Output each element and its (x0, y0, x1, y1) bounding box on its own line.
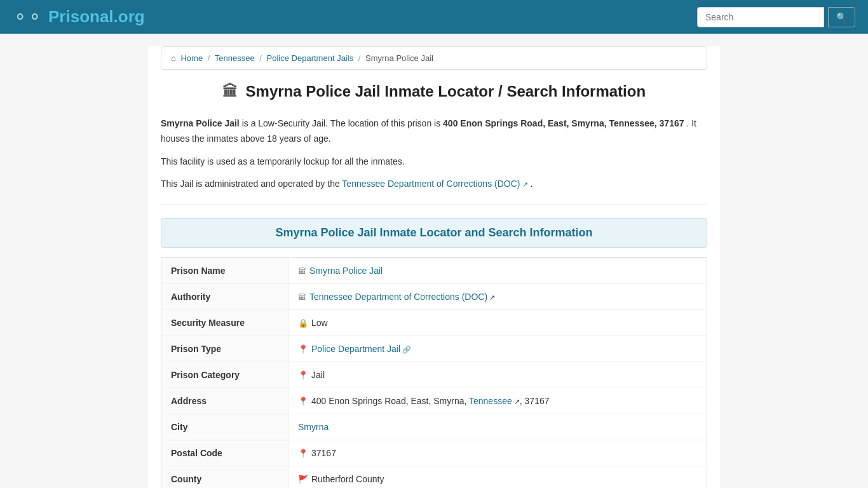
table-label-5: Address (161, 388, 288, 414)
row-icon-4: 📍 (298, 370, 308, 380)
search-icon: 🔍 (836, 12, 847, 22)
description: Smyrna Police Jail is a Low-Security Jai… (161, 116, 707, 192)
desc-para3: This Jail is administrated and operated … (161, 177, 707, 192)
table-label-1: Authority (161, 284, 288, 310)
address-zip-5: , 37167 (520, 396, 550, 406)
doc-link[interactable]: Tennessee Department of Corrections (DOC… (342, 179, 527, 189)
main-content: ⌂ Home / Tennessee / Police Department J… (148, 46, 720, 488)
logo-text: Prisonal.org (48, 7, 145, 27)
address-state-link-5[interactable]: Tennessee (469, 396, 512, 406)
table-value-4: 📍Jail (288, 362, 707, 388)
logo-icon: ⚬⚬ (13, 6, 42, 27)
logo-area: ⚬⚬ Prisonal.org (13, 6, 145, 27)
page-title: 🏛 Smyrna Police Jail Inmate Locator / Se… (161, 83, 707, 100)
table-label-8: County (161, 466, 288, 488)
table-text-7: 37167 (311, 448, 336, 458)
desc-para2: This facility is used as a temporarily l… (161, 154, 707, 170)
row-icon-1: 🏛 (298, 292, 306, 302)
search-input[interactable] (697, 7, 824, 27)
search-button[interactable]: 🔍 (828, 7, 855, 27)
row-icon-2: 🔒 (298, 318, 308, 328)
link-icon-3: 🔗 (400, 346, 411, 353)
table-value-7: 📍37167 (288, 440, 707, 466)
info-heading: Smyrna Police Jail Inmate Locator and Se… (161, 218, 707, 248)
table-value-3: 📍Police Department Jail 🔗 (288, 336, 707, 362)
info-table: Prison Name🏛Smyrna Police JailAuthority🏛… (161, 257, 707, 488)
table-link-0[interactable]: Smyrna Police Jail (309, 266, 383, 276)
breadcrumb: ⌂ Home / Tennessee / Police Department J… (161, 46, 707, 70)
desc-intro-text: is a Low-Security Jail. The location of … (242, 118, 443, 128)
table-value-1: 🏛Tennessee Department of Corrections (DO… (288, 284, 707, 310)
table-text-2: Low (311, 318, 328, 328)
table-label-4: Prison Category (161, 362, 288, 388)
breadcrumb-state[interactable]: Tennessee (215, 53, 255, 63)
row-icon-5: 📍 (298, 396, 308, 406)
table-row: CitySmyrna (161, 414, 707, 440)
info-section-title: Smyrna Police Jail Inmate Locator and Se… (169, 226, 699, 240)
table-label-6: City (161, 414, 288, 440)
table-value-2: 🔒Low (288, 310, 707, 336)
table-body: Prison Name🏛Smyrna Police JailAuthority🏛… (161, 258, 707, 488)
table-link-1[interactable]: Tennessee Department of Corrections (DOC… (309, 292, 487, 302)
table-text-8: Rutherford County (311, 474, 384, 484)
table-label-2: Security Measure (161, 310, 288, 336)
address-text-5: 400 Enon Springs Road, East, Smyrna, (311, 396, 469, 406)
table-value-5: 📍400 Enon Springs Road, East, Smyrna, Te… (288, 388, 707, 414)
logo-tld: .org (114, 7, 145, 26)
search-area: 🔍 (697, 7, 855, 27)
desc-para3-suffix: . (530, 179, 532, 189)
table-row: Authority🏛Tennessee Department of Correc… (161, 284, 707, 310)
divider (161, 205, 707, 205)
table-value-0: 🏛Smyrna Police Jail (288, 258, 707, 284)
prison-building-icon: 🏛 (222, 83, 238, 100)
table-label-3: Prison Type (161, 336, 288, 362)
table-text-4: Jail (311, 370, 325, 380)
row-icon-3: 📍 (298, 344, 308, 354)
ext-icon-1: ↗ (487, 294, 495, 301)
breadcrumb-home[interactable]: Home (180, 53, 203, 63)
row-icon-8: 🚩 (298, 475, 308, 484)
header: ⚬⚬ Prisonal.org 🔍 (0, 0, 868, 34)
table-row: Address📍400 Enon Springs Road, East, Smy… (161, 388, 707, 414)
logo-prisonal: Prisonal (48, 7, 114, 26)
table-row: Prison Type📍Police Department Jail 🔗 (161, 336, 707, 362)
table-row: Security Measure🔒Low (161, 310, 707, 336)
desc-para3-prefix: This Jail is administrated and operated … (161, 179, 342, 189)
table-label-7: Postal Code (161, 440, 288, 466)
breadcrumb-category[interactable]: Police Department Jails (267, 53, 354, 63)
breadcrumb-current: Smyrna Police Jail (365, 53, 433, 63)
prison-name-bold: Smyrna Police Jail (161, 118, 240, 128)
row-icon-7: 📍 (298, 449, 308, 458)
table-value-6: Smyrna (288, 414, 707, 440)
table-link-6[interactable]: Smyrna (298, 422, 329, 432)
home-icon: ⌂ (171, 53, 176, 63)
page-title-section: 🏛 Smyrna Police Jail Inmate Locator / Se… (161, 83, 707, 100)
table-row: Postal Code📍37167 (161, 440, 707, 466)
row-icon-0: 🏛 (298, 266, 306, 276)
table-value-8: 🚩Rutherford County (288, 466, 707, 488)
address-bold: 400 Enon Springs Road, East, Smyrna, Ten… (443, 118, 684, 128)
table-row: Prison Category📍Jail (161, 362, 707, 388)
table-row: Prison Name🏛Smyrna Police Jail (161, 258, 707, 284)
table-link-3[interactable]: Police Department Jail (311, 344, 400, 354)
table-label-0: Prison Name (161, 258, 288, 284)
table-row: County🚩Rutherford County (161, 466, 707, 488)
desc-para1: Smyrna Police Jail is a Low-Security Jai… (161, 116, 707, 147)
